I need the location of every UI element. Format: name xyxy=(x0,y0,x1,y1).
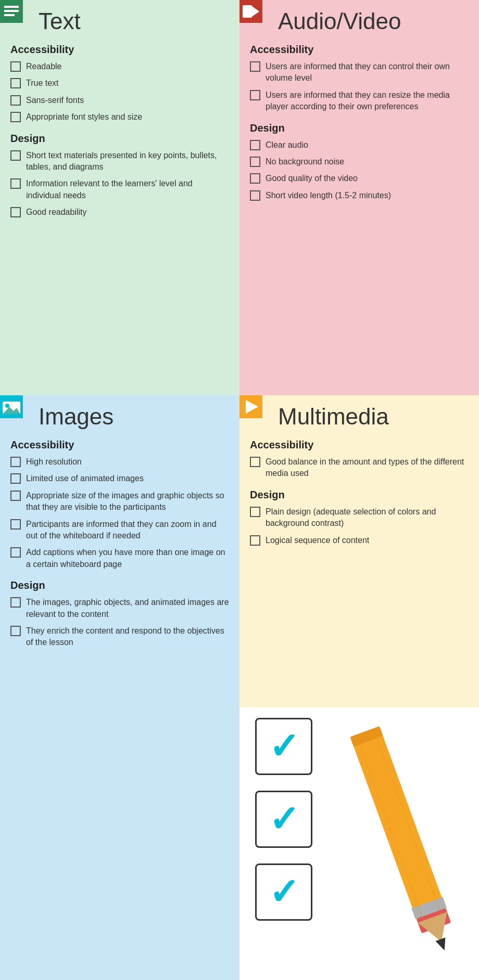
list-item: Users are informed that they can resize … xyxy=(250,89,469,113)
item-label: Information relevant to the learners' le… xyxy=(26,178,229,201)
audio-design-title: Design xyxy=(250,122,469,134)
text-design-list: Short text materials presented in key po… xyxy=(10,150,229,218)
checkbox[interactable] xyxy=(10,78,21,88)
checkbox[interactable] xyxy=(10,457,21,467)
list-item: Good readability xyxy=(10,207,229,218)
checkbox[interactable] xyxy=(10,178,21,189)
item-label: Add captions when you have more than one… xyxy=(26,547,229,570)
check-box-1: ✓ xyxy=(255,718,312,775)
checkbox[interactable] xyxy=(250,61,260,72)
item-label: Logical sequence of content xyxy=(266,535,369,546)
pencil-decoration-section: ✓ ✓ ✓ xyxy=(240,707,479,959)
item-label: True text xyxy=(26,78,59,89)
checkbox[interactable] xyxy=(10,112,21,122)
text-icon xyxy=(0,0,23,23)
list-item: Short video length (1.5-2 minutes) xyxy=(250,190,469,201)
text-panel-title: Text xyxy=(39,8,229,34)
list-item: The images, graphic objects, and animate… xyxy=(10,597,229,620)
list-item: They enrich the content and respond to t… xyxy=(10,625,229,649)
images-accessibility-title: Accessibility xyxy=(10,439,229,451)
item-label: Good balance in the amount and types of … xyxy=(266,456,469,480)
text-accessibility-list: Readable True text Sans-serif fonts Appr… xyxy=(10,61,229,123)
item-label: Limited use of animated images xyxy=(26,473,144,484)
item-label: No background noise xyxy=(266,156,344,167)
svg-marker-4 xyxy=(252,6,259,17)
multimedia-icon xyxy=(240,395,262,418)
item-label: Users are informed that they can control… xyxy=(266,61,469,84)
checkbox[interactable] xyxy=(250,457,260,467)
item-label: Users are informed that they can resize … xyxy=(266,89,469,113)
images-design-list: The images, graphic objects, and animate… xyxy=(10,597,229,649)
list-item: Appropriate font styles and size xyxy=(10,111,229,123)
list-item: Clear audio xyxy=(250,139,469,151)
item-label: Sans-serif fonts xyxy=(26,95,84,106)
svg-point-6 xyxy=(5,404,9,408)
audio-accessibility-list: Users are informed that they can control… xyxy=(250,61,469,113)
list-item: Plain design (adequate selection of colo… xyxy=(250,506,469,530)
item-label: Appropriate font styles and size xyxy=(26,111,142,123)
audio-accessibility-title: Accessibility xyxy=(250,44,469,56)
checkbox[interactable] xyxy=(10,491,21,501)
list-item: High resolution xyxy=(10,456,229,468)
checkbox[interactable] xyxy=(250,535,260,546)
checkbox[interactable] xyxy=(10,519,21,530)
audio-icon xyxy=(240,0,262,23)
checkbox[interactable] xyxy=(10,626,21,636)
multimedia-design-title: Design xyxy=(250,489,469,501)
svg-rect-9 xyxy=(350,726,447,923)
checkbox[interactable] xyxy=(250,190,260,201)
pencil-decoration xyxy=(318,707,479,959)
list-item: No background noise xyxy=(250,156,469,167)
multimedia-panel-title: Multimedia xyxy=(278,404,469,430)
audio-panel-title: Audio/Video xyxy=(278,8,469,34)
checkbox[interactable] xyxy=(250,90,260,100)
list-item: Readable xyxy=(10,61,229,72)
item-label: High resolution xyxy=(26,456,82,468)
item-label: Plain design (adequate selection of colo… xyxy=(266,506,469,530)
checkbox[interactable] xyxy=(10,547,21,558)
audio-panel: Audio/Video Accessibility Users are info… xyxy=(240,0,479,395)
item-label: Participants are informed that they can … xyxy=(26,519,229,542)
list-item: Good balance in the amount and types of … xyxy=(250,456,469,480)
images-icon xyxy=(0,395,23,418)
images-panel: Images Accessibility High resolution Lim… xyxy=(0,395,240,980)
svg-rect-2 xyxy=(4,14,15,16)
checkmark-icon-3: ✓ xyxy=(269,874,299,910)
list-item: Good quality of the video xyxy=(250,173,469,184)
list-item: Appropriate size of the images and graph… xyxy=(10,490,229,513)
checkbox[interactable] xyxy=(250,157,260,167)
text-design-title: Design xyxy=(10,133,229,145)
item-label: Readable xyxy=(26,61,62,72)
item-label: Short video length (1.5-2 minutes) xyxy=(266,190,391,201)
checkbox[interactable] xyxy=(10,597,21,608)
checkbox[interactable] xyxy=(250,140,260,150)
list-item: Limited use of animated images xyxy=(10,473,229,484)
item-label: Clear audio xyxy=(266,139,308,151)
check-box-3: ✓ xyxy=(255,863,312,921)
list-item: True text xyxy=(10,78,229,89)
checkbox[interactable] xyxy=(250,173,260,184)
multimedia-design-list: Plain design (adequate selection of colo… xyxy=(250,506,469,546)
checkbox[interactable] xyxy=(10,473,21,484)
text-panel: Text Accessibility Readable True text Sa… xyxy=(0,0,240,395)
svg-marker-8 xyxy=(246,400,258,414)
checkmark-icon-1: ✓ xyxy=(269,728,299,765)
item-label: Good readability xyxy=(26,207,87,218)
item-label: Appropriate size of the images and graph… xyxy=(26,490,229,513)
item-label: Short text materials presented in key po… xyxy=(26,150,229,173)
svg-rect-1 xyxy=(4,10,19,12)
check-box-2: ✓ xyxy=(255,791,312,848)
multimedia-accessibility-title: Accessibility xyxy=(250,439,469,451)
checkbox[interactable] xyxy=(250,507,260,517)
list-item: Participants are informed that they can … xyxy=(10,519,229,542)
checkbox[interactable] xyxy=(10,207,21,217)
list-item: Add captions when you have more than one… xyxy=(10,547,229,570)
checkbox[interactable] xyxy=(10,150,21,161)
list-item: Users are informed that they can control… xyxy=(250,61,469,84)
multimedia-accessibility-list: Good balance in the amount and types of … xyxy=(250,456,469,480)
checkbox[interactable] xyxy=(10,95,21,106)
checkbox[interactable] xyxy=(10,61,21,72)
checkmark-boxes: ✓ ✓ ✓ xyxy=(255,718,312,921)
item-label: The images, graphic objects, and animate… xyxy=(26,597,229,620)
item-label: Good quality of the video xyxy=(266,173,358,184)
